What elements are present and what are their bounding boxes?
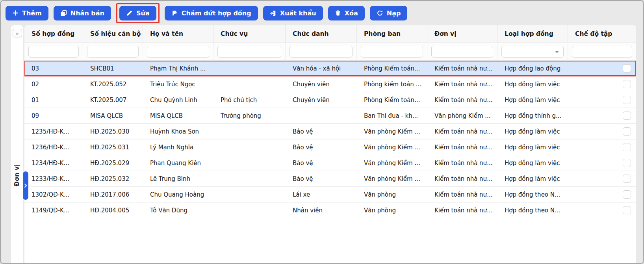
filter-input-ho-va-ten[interactable] xyxy=(147,46,209,58)
column-header-che-do-tap[interactable]: Chế độ tập xyxy=(568,25,636,43)
column-header-don-vi[interactable]: Đơn vị xyxy=(427,25,497,43)
grid-cell-che-do-tap xyxy=(568,124,636,139)
toolbar-button-xuất-khẩu[interactable]: Xuất khẩu xyxy=(263,6,323,20)
app-window: ThêmNhân bảnSửaChấm dứt hợp đồngXuất khẩ… xyxy=(0,0,644,264)
row-checkbox[interactable] xyxy=(623,175,631,183)
sidebar-expand-handle[interactable] xyxy=(23,171,28,200)
grid-cell-che-do-tap xyxy=(568,203,636,218)
grid-cell-so-hop-dong: 1234/HĐ-K... xyxy=(24,155,83,171)
table-row[interactable]: 1236/HĐ-K...HĐ.2025.031Lý Mạnh NghĩaBảo … xyxy=(24,139,636,155)
table-row[interactable]: 01KT.2025.007Chu Quỳnh LinhPhó chủ tịchC… xyxy=(24,92,636,108)
filter-cell-so-hop-dong xyxy=(24,43,83,60)
row-checkbox[interactable] xyxy=(623,127,631,136)
row-checkbox[interactable] xyxy=(623,112,631,120)
toolbar-button-sửa[interactable]: Sửa xyxy=(119,6,156,20)
row-checkbox[interactable] xyxy=(623,96,631,104)
grid-cell-phong-ban: Văn phòng Kiểm ... xyxy=(357,171,427,186)
filter-cell-ho-va-ten xyxy=(143,43,213,60)
toolbar-button-nhân-bản[interactable]: Nhân bản xyxy=(54,6,111,20)
toolbar-button-nạp[interactable]: Nạp xyxy=(370,6,408,20)
grid-cell-loai-hop-dong: Hợp đồng theo N... xyxy=(497,203,568,218)
grid-cell-phong-ban: Văn phòng xyxy=(357,187,427,202)
filter-input-so-hop-dong[interactable] xyxy=(28,46,79,58)
table-row[interactable]: 1233/HĐ-K...HĐ.2025.032Lê Trung BìnhBảo … xyxy=(24,171,636,187)
grid-cell-loai-hop-dong: Hợp đồng thỉnh g... xyxy=(497,108,568,123)
filter-input-phong-ban[interactable] xyxy=(361,46,423,58)
grid-cell-so-hop-dong: 1149/QĐ-K... xyxy=(24,203,83,218)
toolbar-button-chấm-dứt-hợp-đồng[interactable]: Chấm dứt hợp đồng xyxy=(165,6,258,20)
table-row[interactable]: 1234/HĐ-K...HĐ.2025.029Phan Quang KiênBả… xyxy=(24,155,636,171)
filter-input-che-do-tap[interactable] xyxy=(572,46,632,58)
grid-cell-loai-hop-dong: Hợp đồng làm việc xyxy=(497,124,568,139)
column-header-loai-hop-dong[interactable]: Loại hợp đồng xyxy=(497,25,568,43)
column-header-phong-ban[interactable]: Phòng ban xyxy=(357,25,427,43)
table-row[interactable]: 03SHCB01Phạm Thị Khánh ...Văn hóa - xã h… xyxy=(24,61,636,76)
grid-cell-so-hieu-can-bo: KT.2025.007 xyxy=(83,92,143,108)
grid-cell-phong-ban: Phòng Kiểm toán... xyxy=(357,92,427,108)
row-checkbox[interactable] xyxy=(623,159,631,167)
filter-input-don-vi[interactable] xyxy=(431,46,493,58)
grid-cell-phong-ban: Văn phòng Kiểm ... xyxy=(357,139,427,155)
grid-cell-che-do-tap xyxy=(568,139,636,155)
grid-cell-so-hop-dong: 1235/HĐ-K... xyxy=(24,124,83,139)
table-row[interactable]: 09MISA QLCBMISA QLCBTrưởng phòngBan Thi … xyxy=(24,108,636,124)
filter-input-chuc-danh[interactable] xyxy=(290,46,353,58)
plus-icon xyxy=(12,10,19,16)
grid-cell-loai-hop-dong: Hợp đồng làm việc xyxy=(497,139,568,155)
row-checkbox[interactable] xyxy=(623,190,631,199)
grid-cell-che-do-tap xyxy=(568,92,636,108)
column-header-so-hieu-can-bo[interactable]: Số hiệu cán bộ xyxy=(83,25,143,43)
sidebar-tab-don-vi[interactable]: Đơn vị xyxy=(13,164,20,186)
toolbar-button-label: Xuất khẩu xyxy=(280,9,316,17)
grid-cell-chuc-vu: Trưởng phòng xyxy=(213,108,286,123)
grid-cell-ho-va-ten: Lê Trung Bình xyxy=(143,171,213,186)
chevron-right-icon xyxy=(24,182,28,190)
grid-cell-so-hieu-can-bo: HĐ.2017.006 xyxy=(83,187,143,202)
duplicate-icon xyxy=(60,10,67,17)
grid-cell-so-hieu-can-bo: HĐ.2004.005 xyxy=(83,203,143,218)
toolbar-button-thêm[interactable]: Thêm xyxy=(6,6,48,20)
table-row[interactable]: 1302/QĐ-K...HĐ.2017.006Chu Quang HoàngLá… xyxy=(24,187,636,203)
row-checkbox[interactable] xyxy=(623,80,631,88)
grid-cell-chuc-vu xyxy=(213,187,286,202)
grid-cell-chuc-vu xyxy=(213,139,286,155)
grid-cell-don-vi: Kiểm toán nhà nư... xyxy=(427,124,497,139)
row-checkbox[interactable] xyxy=(623,206,631,214)
filter-input-chuc-vu[interactable] xyxy=(217,46,281,58)
row-checkbox[interactable] xyxy=(623,64,631,73)
toolbar-button-label: Chấm dứt hợp đồng xyxy=(182,9,251,17)
table-row[interactable]: 1149/QĐ-K...HĐ.2004.005Tô Văn DũngNhân v… xyxy=(24,203,636,218)
grid-cell-don-vi: Kiểm toán nhà nư... xyxy=(427,155,497,171)
refresh-icon xyxy=(377,10,383,17)
filter-cell-phong-ban xyxy=(357,43,427,60)
filter-input-loai-hop-dong[interactable] xyxy=(501,46,564,58)
grid-cell-che-do-tap xyxy=(568,155,636,171)
grid-cell-chuc-danh: Bảo vệ xyxy=(286,124,357,139)
grid-cell-loai-hop-dong: Hợp đồng làm việc xyxy=(497,76,568,92)
grid-cell-che-do-tap xyxy=(568,171,636,186)
grid-cell-chuc-vu xyxy=(213,171,286,186)
row-checkbox[interactable] xyxy=(623,143,631,151)
grid-cell-che-do-tap xyxy=(568,76,636,92)
filter-input-so-hieu-can-bo[interactable] xyxy=(87,46,139,58)
toolbar-button-xóa[interactable]: Xóa xyxy=(328,6,365,20)
grid-cell-so-hop-dong: 1236/HĐ-K... xyxy=(24,139,83,155)
filter-cell-che-do-tap xyxy=(568,43,636,60)
toolbar-button-label: Thêm xyxy=(22,9,42,17)
column-header-ho-va-ten[interactable]: Họ và tên xyxy=(143,25,213,43)
toolbar-button-label: Nhân bản xyxy=(71,9,104,17)
column-header-chuc-danh[interactable]: Chức danh xyxy=(286,25,357,43)
grid-cell-ho-va-ten: Lý Mạnh Nghĩa xyxy=(143,139,213,155)
column-header-so-hop-dong[interactable]: Số hợp đồng xyxy=(24,25,83,43)
column-header-chuc-vu[interactable]: Chức vụ xyxy=(213,25,286,43)
pencil-icon xyxy=(126,10,133,17)
table-row[interactable]: 02KT.2025.052Triệu Trúc NgọcChuyên viênP… xyxy=(24,76,636,92)
grid-cell-che-do-tap xyxy=(568,61,636,76)
grid-cell-loai-hop-dong: Hợp đồng lao động xyxy=(497,61,568,76)
expand-sidebar-button[interactable]: » xyxy=(13,29,22,37)
grid-cell-phong-ban: Phòng Kiểm toán... xyxy=(357,61,427,76)
table-row[interactable]: 1235/HĐ-K...HĐ.2025.030Huỳnh Khoa SơnBảo… xyxy=(24,124,636,139)
grid-cell-chuc-vu: Phó chủ tịch xyxy=(213,92,286,108)
filter-cell-chuc-vu xyxy=(213,43,286,60)
grid-cell-che-do-tap xyxy=(568,187,636,202)
